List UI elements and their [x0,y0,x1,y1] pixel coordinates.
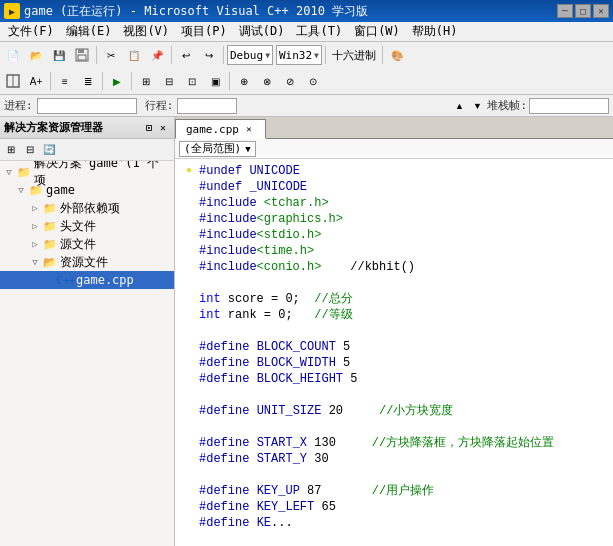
separator-5 [382,46,383,64]
menu-project[interactable]: 项目(P) [175,22,233,41]
menu-view[interactable]: 视图(V) [117,22,175,41]
menu-edit[interactable]: 编辑(E) [60,22,118,41]
start-button[interactable]: ▶ [106,70,128,92]
exp-btn2[interactable]: ⊟ [21,141,39,159]
code-line [175,419,613,435]
close-button[interactable]: ✕ [593,4,609,18]
main-layout: 解决方案资源管理器 ⊡ ✕ ⊞ ⊟ 🔄 ▽ 📁 解决方案'game'(1 个项 … [0,117,613,546]
tree-source-files[interactable]: ▷ 📁 源文件 [0,235,174,253]
code-content: #define KEY_UP 87 //用户操作 [199,483,605,499]
code-line: #include <tchar.h> [175,195,613,211]
tb2-btn8[interactable]: ▣ [204,70,226,92]
tab-game-cpp[interactable]: game.cpp ✕ [175,119,266,139]
tb2-btn1[interactable] [2,70,24,92]
stack-input[interactable] [529,98,609,114]
tb2-btn5[interactable]: ⊞ [135,70,157,92]
exp-btn1[interactable]: ⊞ [2,141,20,159]
color-button[interactable]: 🎨 [386,44,408,66]
tree-resource-files[interactable]: ▽ 📂 资源文件 [0,253,174,271]
solution-explorer: 解决方案资源管理器 ⊡ ✕ ⊞ ⊟ 🔄 ▽ 📁 解决方案'game'(1 个项 … [0,117,175,546]
source-files-label: 源文件 [60,236,96,253]
folder-icon: 📁 [42,200,58,216]
scope-bar: (全局范围) ▼ [175,139,613,159]
save-button[interactable]: 💾 [48,44,70,66]
tb2-btn6[interactable]: ⊟ [158,70,180,92]
scope-label: (全局范围) [184,141,241,156]
menu-file[interactable]: 文件(F) [2,22,60,41]
undo-button[interactable]: ↩ [175,44,197,66]
tb2-sep2 [102,72,103,90]
tb2-btn11[interactable]: ⊘ [279,70,301,92]
panel-pin-button[interactable]: ⊡ [142,121,156,135]
menu-debug[interactable]: 调试(D) [233,22,291,41]
editor-area: game.cpp ✕ (全局范围) ▼ ●#undef UNICODE#unde… [175,117,613,546]
svg-rect-1 [78,49,84,53]
debug-config-dropdown[interactable]: Debug ▼ [227,45,273,65]
tree-solution[interactable]: ▽ 📁 解决方案'game'(1 个项 [0,163,174,181]
progress-label: 进程: [4,98,33,113]
minimize-button[interactable]: ─ [557,4,573,18]
stack-field: ▲ ▼ 堆栈帧: [451,98,609,114]
tab-label: game.cpp [186,123,239,136]
menu-help[interactable]: 帮助(H) [406,22,464,41]
game-cpp-label: game.cpp [76,273,134,287]
save-all-button[interactable] [71,44,93,66]
dropdown-arrow-icon: ▼ [265,51,270,60]
game-icon: 📁 [28,182,44,198]
hex-button[interactable]: 十六进制 [329,44,379,66]
code-line: #define START_X 130 //方块降落框，方块降落起始位置 [175,435,613,451]
code-line: #define BLOCK_HEIGHT 5 [175,371,613,387]
exp-btn3[interactable]: 🔄 [40,141,58,159]
separator-1 [96,46,97,64]
cpp-file-icon: C++ [58,272,74,288]
redo-button[interactable]: ↪ [198,44,220,66]
separator-2 [171,46,172,64]
tree-header-files[interactable]: ▷ 📁 头文件 [0,217,174,235]
tb2-btn4[interactable]: ≣ [77,70,99,92]
maximize-button[interactable]: □ [575,4,591,18]
code-editor[interactable]: ●#undef UNICODE#undef _UNICODE#include <… [175,159,613,546]
app-icon: ▶ [4,3,20,19]
tab-bar: game.cpp ✕ [175,117,613,139]
stack-down-button[interactable]: ▼ [469,98,485,114]
line-label: 行程: [145,98,174,113]
stack-up-button[interactable]: ▲ [451,98,467,114]
tb2-sep3 [131,72,132,90]
game-toggle-icon: ▽ [14,183,28,197]
toolbar-2: A+ ≡ ≣ ▶ ⊞ ⊟ ⊡ ▣ ⊕ ⊗ ⊘ ⊙ [0,68,613,94]
tb2-btn7[interactable]: ⊡ [181,70,203,92]
toolbar-container: 📄 📂 💾 ✂ 📋 📌 ↩ ↪ Debug ▼ Win32 ▼ 十六进制 🎨 [0,42,613,95]
paste-button[interactable]: 📌 [146,44,168,66]
panel-close-button[interactable]: ✕ [156,121,170,135]
tree-game-cpp[interactable]: C++ game.cpp [0,271,174,289]
scope-dropdown[interactable]: (全局范围) ▼ [179,141,256,157]
code-line: #define KE... [175,515,613,531]
hdr-toggle-icon: ▷ [28,219,42,233]
code-content: #include<stdio.h> [199,227,605,243]
code-line: int score = 0; //总分 [175,291,613,307]
tb2-btn2[interactable]: A+ [25,70,47,92]
platform-dropdown[interactable]: Win32 ▼ [276,45,322,65]
tb2-btn9[interactable]: ⊕ [233,70,255,92]
new-button[interactable]: 📄 [2,44,24,66]
code-content: #undef _UNICODE [199,179,605,195]
tab-close-icon[interactable]: ✕ [243,123,255,135]
code-line [175,275,613,291]
code-content: #define UNIT_SIZE 20 //小方块宽度 [199,403,605,419]
line-input[interactable] [177,98,237,114]
copy-button[interactable]: 📋 [123,44,145,66]
menu-tools[interactable]: 工具(T) [290,22,348,41]
code-content: #undef UNICODE [199,163,605,179]
tree-external-deps[interactable]: ▷ 📁 外部依赖项 [0,199,174,217]
src-toggle-icon: ▷ [28,237,42,251]
open-button[interactable]: 📂 [25,44,47,66]
scope-arrow-icon: ▼ [245,144,250,154]
tb2-btn10[interactable]: ⊗ [256,70,278,92]
cut-button[interactable]: ✂ [100,44,122,66]
progress-input[interactable] [37,98,137,114]
menu-window[interactable]: 窗口(W) [348,22,406,41]
tb2-btn3[interactable]: ≡ [54,70,76,92]
tb2-btn12[interactable]: ⊙ [302,70,324,92]
explorer-toolbar: ⊞ ⊟ 🔄 [0,139,174,161]
code-line: #define START_Y 30 [175,451,613,467]
